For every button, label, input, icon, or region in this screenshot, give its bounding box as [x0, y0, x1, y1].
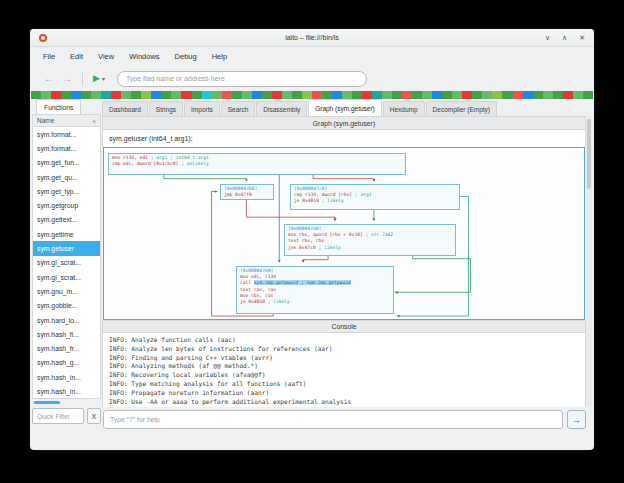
- menu-item-view[interactable]: View: [98, 52, 114, 61]
- console-command-input[interactable]: [103, 410, 563, 429]
- memory-segment: [462, 91, 472, 99]
- memory-segment: [171, 91, 181, 99]
- chevron-down-icon[interactable]: ▾: [102, 75, 105, 82]
- function-list-item[interactable]: sym.hash_g...: [33, 356, 100, 370]
- function-list-item[interactable]: sym.hash_fr...: [33, 341, 100, 355]
- minimize-icon[interactable]: ∨: [545, 34, 550, 42]
- tab-decompiler-empty-[interactable]: Decompiler (Empty): [426, 101, 497, 116]
- memory-segment: [101, 91, 111, 99]
- console-dock-header[interactable]: Console: [102, 320, 586, 333]
- console-log-line: INFO: Use -AA or aaaa to perform additio…: [109, 398, 585, 407]
- memory-segment: [573, 91, 583, 99]
- seek-search-input[interactable]: [117, 71, 367, 87]
- function-list-item[interactable]: sym.gl_scrat...: [33, 256, 100, 270]
- memory-segment: [252, 91, 262, 99]
- memory-segment: [262, 91, 272, 99]
- memory-segment: [382, 91, 392, 99]
- memory-segment: [151, 91, 161, 99]
- close-icon[interactable]: ✕: [579, 34, 585, 42]
- menu-item-file[interactable]: File: [43, 52, 55, 61]
- function-list-item[interactable]: sym.format...: [33, 127, 100, 141]
- memory-segment: [292, 91, 302, 99]
- tab-search[interactable]: Search: [221, 101, 256, 116]
- vertical-scrollbar[interactable]: [586, 117, 592, 407]
- basic-block[interactable]: [0x000047e0]mov edi, r13dcall sym.imp.ge…: [236, 266, 394, 314]
- tab-strings[interactable]: Strings: [149, 101, 183, 116]
- disasm-line: je 0x4810 ; likely: [294, 198, 456, 204]
- function-list-item[interactable]: sym.get_typ...: [33, 184, 100, 198]
- disasm-line: cmp edi, dword [0x1cbc0] ; unlikely: [112, 161, 402, 167]
- memory-segment: [533, 91, 543, 99]
- function-list-item[interactable]: sym.gettime: [33, 227, 100, 241]
- screen: iaito – file:///bin/ls ∨ ∧ ✕ FileEditVie…: [0, 0, 624, 483]
- console-log-line: INFO: Analyzing methods (af @@ method.*): [109, 362, 585, 371]
- function-list-item[interactable]: sym.gnu_m...: [33, 284, 100, 298]
- function-list-item[interactable]: sym.getgroup: [33, 198, 100, 212]
- tab-dashboard[interactable]: Dashboard: [102, 101, 148, 116]
- disasm-line: je 0x4850 ; likely: [240, 299, 390, 305]
- functions-dock-tab[interactable]: Functions: [36, 99, 81, 114]
- basic-block[interactable]: [0x000047d0]mov rbx, qword [rbx + 0x10] …: [284, 224, 456, 256]
- function-list-item[interactable]: sym.hash_fi...: [33, 327, 100, 341]
- memory-segment: [61, 91, 71, 99]
- basic-block[interactable]: [0x000047c0]cmp r13d, dword [rbx] ; arg1…: [290, 184, 460, 210]
- memory-segment: [312, 91, 322, 99]
- clear-filter-button[interactable]: X: [87, 408, 101, 424]
- memory-segment: [161, 91, 171, 99]
- function-list-item[interactable]: sym.hash_in...: [33, 384, 100, 398]
- memory-segment: [553, 91, 563, 99]
- memory-segment: [242, 91, 252, 99]
- menu-item-debug[interactable]: Debug: [175, 52, 197, 61]
- memory-segment: [392, 91, 402, 99]
- vertical-scrollbar-thumb[interactable]: [587, 119, 591, 189]
- function-list-item[interactable]: sym.gettext...: [33, 213, 100, 227]
- tab-disassembly[interactable]: Disassembly: [256, 101, 307, 116]
- function-list-item[interactable]: sym.gobble...: [33, 299, 100, 313]
- iaito-window: iaito – file:///bin/ls ∨ ∧ ✕ FileEditVie…: [30, 29, 594, 450]
- basic-block[interactable]: mov r13d, edi ; arg1 ; int64_t arg1cmp e…: [108, 153, 406, 175]
- memory-segment: [282, 91, 292, 99]
- console-log-line: INFO: Type matching analysis for all fun…: [109, 380, 585, 389]
- memory-segment: [332, 91, 342, 99]
- horizontal-scrollbar-thumb[interactable]: [34, 401, 60, 404]
- tab-graph-sym-getuser-[interactable]: Graph (sym.getuser): [308, 99, 382, 116]
- menu-item-help[interactable]: Help: [212, 52, 227, 61]
- memory-segment: [272, 91, 282, 99]
- function-list-item[interactable]: sym.hash_in...: [33, 370, 100, 384]
- continue-debug-icon[interactable]: ▶: [93, 74, 100, 83]
- titlebar[interactable]: iaito – file:///bin/ls ∨ ∧ ✕: [30, 29, 594, 47]
- memory-segment: [202, 91, 212, 99]
- menu-item-windows[interactable]: Windows: [129, 52, 159, 61]
- memory-segment: [131, 91, 141, 99]
- console-output[interactable]: INFO: Analyze function calls (aac)INFO: …: [102, 333, 586, 407]
- quick-filter-input[interactable]: [32, 408, 84, 424]
- memory-segment: [372, 91, 382, 99]
- function-list-item[interactable]: sym.getuser: [33, 241, 100, 255]
- graph-canvas[interactable]: mov r13d, edi ; arg1 ; int64_t arg1cmp e…: [103, 147, 585, 320]
- console-send-button[interactable]: →: [567, 410, 586, 429]
- forward-button[interactable]: →: [62, 74, 72, 84]
- memory-segment: [141, 91, 151, 99]
- memory-segment: [583, 91, 593, 99]
- memory-segment: [121, 91, 131, 99]
- basic-block[interactable]: [0x000047b8]jmp 0x47f0: [220, 184, 274, 200]
- tab-hexdump[interactable]: Hexdump: [383, 101, 425, 116]
- memory-segment: [342, 91, 352, 99]
- function-list-item[interactable]: sym.get_qu...: [33, 170, 100, 184]
- maximize-icon[interactable]: ∧: [562, 34, 567, 42]
- main-tabbar: DashboardStringsImportsSearchDisassembly…: [102, 99, 586, 116]
- back-button[interactable]: ←: [44, 74, 54, 84]
- console-log-line: INFO: Propagate noreturn information (aa…: [109, 389, 585, 398]
- functions-panel: Functions Name ∧ sym.format...sym.format…: [32, 99, 101, 448]
- function-list-item[interactable]: sym.format...: [33, 141, 100, 155]
- menu-item-edit[interactable]: Edit: [70, 52, 83, 61]
- tab-imports[interactable]: Imports: [184, 101, 220, 116]
- graph-dock-header[interactable]: Graph (sym.getuser): [102, 116, 586, 130]
- functions-column-header[interactable]: Name ∧: [32, 114, 101, 127]
- toolbar-separator: [82, 72, 83, 86]
- function-list-item[interactable]: sym.hard_lo...: [33, 313, 100, 327]
- memory-map-strip[interactable]: [31, 91, 593, 99]
- function-list-item[interactable]: sym.gl_scrat...: [33, 270, 100, 284]
- function-list-item[interactable]: sym.get_fun...: [33, 156, 100, 170]
- memory-segment: [181, 91, 191, 99]
